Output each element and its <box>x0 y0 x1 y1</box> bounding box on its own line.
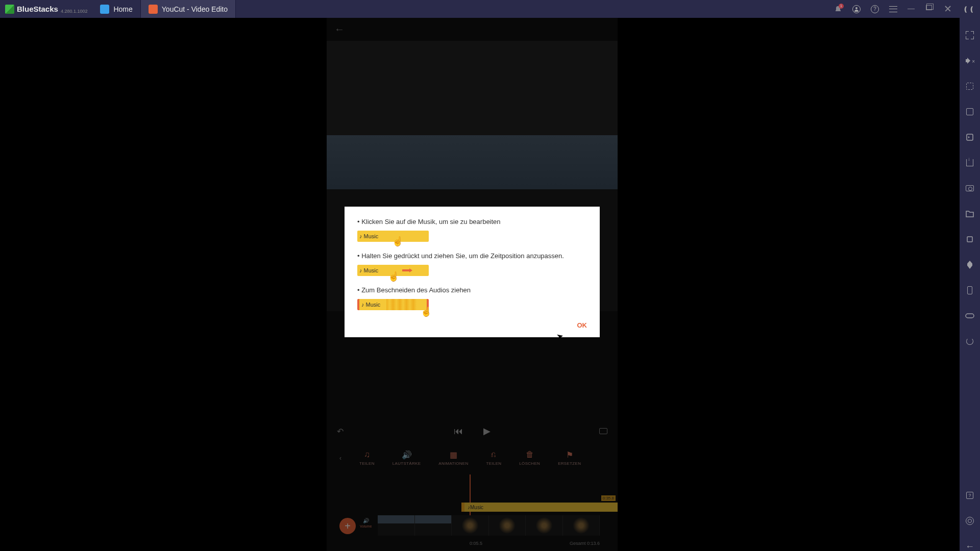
maximize-button[interactable] <box>926 5 934 13</box>
shake-button[interactable] <box>965 286 974 295</box>
tab-youcut-label: YouCut - Video Edito <box>162 5 228 13</box>
user-icon <box>854 7 859 12</box>
keymap-icon <box>966 83 973 90</box>
speaker-muted-icon: × <box>966 57 974 64</box>
bluestacks-sidebar: × ? ← <box>960 18 980 551</box>
brand-text: BlueStacks <box>17 5 58 13</box>
bluestacks-brand: BlueStacks 4.280.1.1002 <box>0 5 92 14</box>
help-button[interactable]: ? <box>871 5 879 13</box>
music-clip-label: Music <box>366 302 381 308</box>
gear-icon <box>966 517 974 525</box>
help-item-trim: • Zum Beschneiden des Audios ziehen ♪ Mu… <box>357 286 587 310</box>
location-button[interactable] <box>965 260 974 269</box>
tab-youcut[interactable]: YouCut - Video Edito <box>141 0 236 18</box>
install-apk-button[interactable] <box>965 158 974 167</box>
tab-home[interactable]: Home <box>92 0 140 18</box>
menu-button[interactable] <box>889 6 897 12</box>
media-folder-button[interactable] <box>965 209 974 218</box>
help-icon: ? <box>966 492 973 499</box>
android-back-button[interactable]: ← <box>965 542 974 551</box>
gamepad-icon <box>965 313 974 319</box>
youcut-icon <box>149 5 158 14</box>
app-viewport: ← ↶ ⏮ ▶ ‹ ♫ Teilen 🔊 Lautstärke ▦ Animat… <box>327 18 618 551</box>
help-item-drag: • Halten Sie gedrückt und ziehen Sie, um… <box>357 252 587 276</box>
ok-button[interactable]: OK <box>577 321 587 329</box>
help-item-tap: • Klicken Sie auf die Musik, um sie zu b… <box>357 218 587 242</box>
screenshot-button[interactable] <box>965 184 974 193</box>
fullscreen-icon <box>966 31 974 39</box>
settings-button[interactable] <box>965 516 974 525</box>
macro-button[interactable] <box>965 133 974 142</box>
brand-version: 4.280.1.1002 <box>61 9 88 14</box>
svg-rect-3 <box>966 314 974 318</box>
macro-icon <box>966 133 974 141</box>
close-button[interactable] <box>944 5 952 13</box>
help-text-tap: • Klicken Sie auf die Musik, um sie zu b… <box>357 218 587 226</box>
svg-point-0 <box>855 7 857 9</box>
phone-icon <box>967 286 972 294</box>
rotate-button[interactable] <box>965 235 974 244</box>
music-clip-demo: ♪ Music ☝ <box>357 299 429 310</box>
sync-button[interactable] <box>965 337 974 346</box>
pin-icon <box>967 261 972 269</box>
notifications-button[interactable]: 1 <box>834 5 842 13</box>
multi-instance-button[interactable] <box>965 107 974 116</box>
music-clip-label: Music <box>364 233 379 239</box>
titlebar: BlueStacks 4.280.1.1002 Home YouCut - Vi… <box>0 0 980 18</box>
help-text-trim: • Zum Beschneiden des Audios ziehen <box>357 286 587 294</box>
notification-badge: 1 <box>839 4 844 9</box>
home-icon <box>100 5 109 14</box>
back-arrow-icon: ← <box>965 541 974 552</box>
sidebar-help-button[interactable]: ? <box>965 491 974 500</box>
game-controls-button[interactable] <box>965 311 974 320</box>
music-clip-label: Music <box>364 267 379 273</box>
music-note-icon: ♪ <box>359 267 362 273</box>
music-note-icon: ♪ <box>359 233 362 239</box>
svg-rect-2 <box>967 237 972 242</box>
pointer-hand-icon: ☝ <box>388 271 399 282</box>
minimize-icon <box>908 9 915 10</box>
music-note-icon: ♪ <box>361 302 364 308</box>
music-clip-demo: ♪ Music ☝ <box>357 231 429 242</box>
music-help-dialog: • Klicken Sie auf die Musik, um sie zu b… <box>345 207 600 337</box>
titlebar-controls: 1 ? ❪❪ <box>834 5 975 13</box>
tab-home-label: Home <box>113 5 132 13</box>
pointer-hand-icon: ☝ <box>421 306 432 317</box>
minimize-button[interactable] <box>908 5 916 13</box>
close-icon <box>944 5 951 12</box>
volume-button[interactable]: × <box>965 56 974 65</box>
account-button[interactable] <box>852 5 861 13</box>
help-text-drag: • Halten Sie gedrückt und ziehen Sie, um… <box>357 252 587 260</box>
rotate-icon <box>966 235 974 243</box>
camera-icon <box>966 185 974 191</box>
dialog-footer: OK ➤ <box>357 320 587 330</box>
download-icon <box>966 159 973 166</box>
fullscreen-button[interactable] <box>965 31 974 40</box>
folder-icon <box>966 210 974 217</box>
sync-icon <box>966 338 973 345</box>
bluestacks-logo-icon <box>5 5 14 14</box>
collapse-sidebar-button[interactable]: ❪❪ <box>963 5 975 13</box>
pointer-hand-icon: ☝ <box>392 236 403 247</box>
keymap-button[interactable] <box>965 82 974 91</box>
window-icon <box>966 108 973 115</box>
maximize-icon <box>926 5 932 10</box>
music-clip-demo: ♪ Music ☝ <box>357 265 429 276</box>
